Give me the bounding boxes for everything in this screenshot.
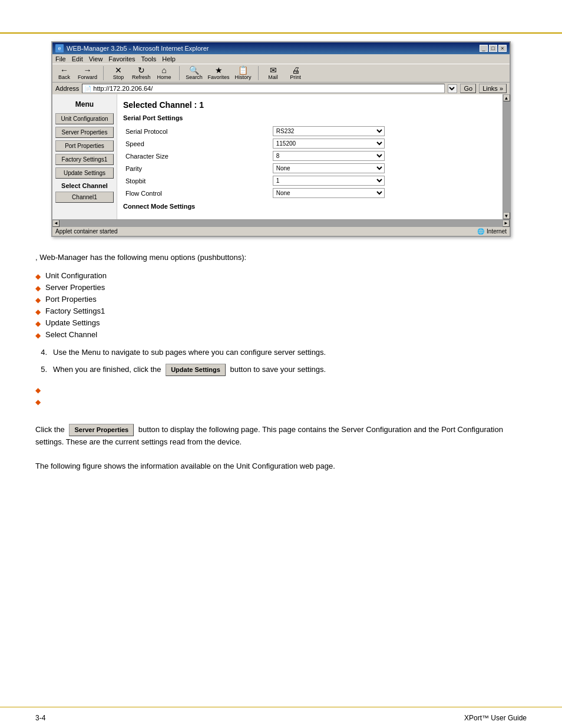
forward-label: Forward (78, 74, 97, 80)
address-dropdown[interactable] (448, 84, 457, 93)
page-bottom-line (0, 707, 562, 707)
address-url: http://172.20.206.64/ (93, 85, 153, 92)
home-button[interactable]: ⌂ Home (156, 66, 173, 80)
port-properties-button[interactable]: Port Properties (55, 140, 114, 151)
page-top-line (0, 32, 562, 34)
speed-value: 115200 (270, 137, 497, 150)
statusbar-right: 🌐 Internet (477, 228, 507, 235)
back-button[interactable]: ← Back (55, 66, 73, 80)
menu-tools[interactable]: Tools (141, 55, 157, 62)
home-icon: ⌂ (161, 66, 166, 74)
server-properties-button[interactable]: Server Properties (55, 127, 114, 138)
char-size-label: Character Size (123, 150, 270, 162)
go-button[interactable]: Go (460, 84, 476, 93)
hscrollbar-left-button[interactable]: ◄ (52, 220, 59, 227)
maximize-button[interactable]: □ (489, 45, 497, 52)
list-item: ◆ Factory Settings1 (35, 307, 527, 316)
bullet-icon-2: ◆ (35, 284, 41, 292)
search-icon: 🔍 (189, 66, 199, 74)
flow-control-select[interactable]: None (273, 188, 385, 198)
address-input-container[interactable]: 📄 http://172.20.206.64/ (82, 84, 445, 93)
bullet-icon-7: ◆ (35, 386, 41, 394)
menu-option-5: Update Settings (45, 318, 100, 327)
step-4-number: 4. (35, 347, 47, 358)
address-label: Address (55, 85, 79, 92)
browser-addressbar: Address 📄 http://172.20.206.64/ Go Links… (52, 83, 510, 94)
bullet-icon-6: ◆ (35, 331, 41, 340)
menu-edit[interactable]: Edit (72, 55, 83, 62)
list-item: ◆ (35, 397, 527, 406)
list-item: ◆ Server Properties (35, 283, 527, 292)
browser-scrollbar-right[interactable]: ▲ ▼ (503, 94, 510, 219)
speed-select[interactable]: 115200 (273, 139, 385, 149)
close-button[interactable]: × (498, 45, 507, 52)
parity-select[interactable]: None (273, 163, 385, 173)
serial-protocol-label: Serial Protocol (123, 125, 270, 137)
hscrollbar-right-button[interactable]: ► (503, 220, 510, 227)
links-button[interactable]: Links » (479, 84, 507, 93)
mail-label: Mail (268, 74, 278, 80)
serial-protocol-select[interactable]: RS232 (273, 126, 385, 136)
table-row: Stopbit 1 (123, 174, 497, 187)
search-button[interactable]: 🔍 Search (186, 66, 203, 80)
mail-icon: ✉ (270, 66, 277, 74)
browser-titlebar: e WEB-Manager 3.2b5 - Microsoft Internet… (52, 42, 510, 54)
intro-content: , Web-Manager has the following menu opt… (35, 253, 246, 262)
stop-icon: ✕ (115, 66, 122, 74)
step-5: 5. When you are finished, click the Upda… (35, 364, 527, 376)
search-label: Search (186, 74, 203, 80)
toolbar-sep-2 (179, 66, 180, 80)
browser-menubar: File Edit View Favorites Tools Help (52, 54, 510, 64)
factory-settings-button[interactable]: Factory Settings1 (55, 154, 114, 165)
print-button[interactable]: 🖨 Print (287, 66, 305, 80)
step-5-number: 5. (35, 364, 47, 376)
list-item: ◆ Select Channel (35, 330, 527, 340)
toolbar-sep-3 (258, 66, 259, 80)
minimize-button[interactable]: _ (480, 45, 488, 52)
browser-statusbar: Applet container started 🌐 Internet (52, 226, 510, 236)
forward-icon: → (84, 66, 92, 74)
table-row: Serial Protocol RS232 (123, 125, 497, 137)
titlebar-left: e WEB-Manager 3.2b5 - Microsoft Internet… (55, 44, 209, 52)
stopbit-select[interactable]: 1 (273, 176, 385, 186)
menu-view[interactable]: View (89, 55, 103, 62)
mail-button[interactable]: ✉ Mail (265, 66, 282, 80)
list-item: ◆ Port Properties (35, 295, 527, 304)
bullet-icon-5: ◆ (35, 319, 41, 328)
parity-value: None (270, 162, 497, 174)
hscrollbar-track[interactable] (59, 220, 503, 227)
flow-control-value: None (270, 187, 497, 199)
table-row: Flow Control None (123, 187, 497, 199)
scrollbar-track[interactable] (503, 101, 510, 212)
list-item: ◆ (35, 385, 527, 394)
channel1-button[interactable]: Channel1 (55, 192, 114, 203)
favorites-button[interactable]: ★ Favorites (208, 66, 230, 80)
extra-bullets-list: ◆ ◆ (35, 385, 527, 406)
scrollbar-down-button[interactable]: ▼ (503, 212, 510, 219)
menu-option-1: Unit Configuration (45, 271, 107, 280)
print-label: Print (290, 74, 301, 80)
browser-title: WEB-Manager 3.2b5 - Microsoft Internet E… (67, 45, 209, 52)
window-controls[interactable]: _ □ × (480, 45, 507, 52)
history-button[interactable]: 📋 History (234, 66, 252, 80)
refresh-button[interactable]: ↻ Refresh (132, 66, 151, 80)
settings-table: Serial Protocol RS232 Speed (123, 125, 497, 199)
browser-main: Menu Unit Configuration Server Propertie… (52, 94, 503, 219)
step-4-text: Use the Menu to navigate to sub pages wh… (53, 347, 326, 358)
scrollbar-up-button[interactable]: ▲ (503, 94, 510, 101)
stop-label: Stop (113, 74, 124, 80)
char-size-select[interactable]: 8 (273, 151, 385, 161)
menu-favorites[interactable]: Favorites (108, 55, 135, 62)
page-footer: 3-4 XPort™ User Guide (35, 714, 527, 722)
update-settings-button[interactable]: Update Settings (55, 167, 114, 179)
browser-hscrollbar[interactable]: ◄ ► (52, 219, 510, 226)
refresh-icon: ↻ (138, 66, 145, 74)
menu-help[interactable]: Help (162, 55, 176, 62)
server-properties-inline-btn[interactable]: Server Properties (69, 424, 134, 437)
stop-button[interactable]: ✕ Stop (110, 66, 127, 80)
unit-config-button[interactable]: Unit Configuration (55, 113, 114, 124)
menu-file[interactable]: File (55, 55, 66, 62)
forward-button[interactable]: → Forward (78, 66, 97, 80)
menu-option-4: Factory Settings1 (45, 307, 105, 315)
update-settings-inline-btn[interactable]: Update Settings (166, 364, 226, 376)
